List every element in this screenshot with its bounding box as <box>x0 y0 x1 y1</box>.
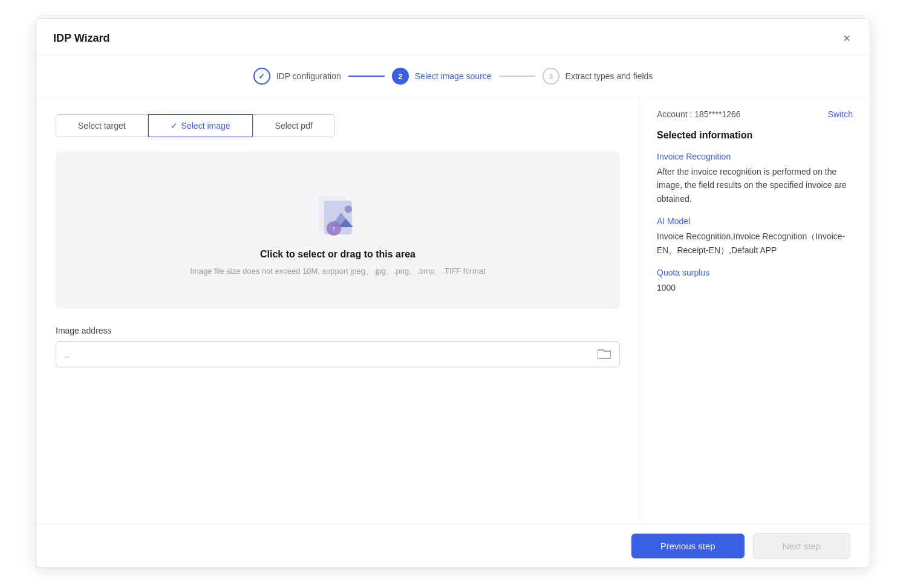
account-row: Account : 185****1266 Switch <box>657 109 853 119</box>
step-1: ✓ IDP configuration <box>253 68 341 85</box>
modal-title: IDP Wizard <box>53 32 110 45</box>
tab-check-icon: ✓ <box>171 121 178 131</box>
upload-main-text: Click to select or drag to this area <box>260 249 416 260</box>
info-section-label-aimodel: AI Model <box>657 216 853 226</box>
next-step-button: Next step <box>753 533 850 559</box>
sidebar-panel: Account : 185****1266 Switch Selected in… <box>640 97 870 524</box>
steps-bar: ✓ IDP configuration 2 Select image sourc… <box>36 56 870 97</box>
step-2-label: Select image source <box>415 71 492 81</box>
info-section-text-quota: 1000 <box>657 281 853 294</box>
info-section-label-quota: Quota surplus <box>657 268 853 277</box>
tabs-row: Select target ✓Select image Select pdf <box>56 114 620 137</box>
step-3: 3 Extract types and fields <box>543 68 653 85</box>
upload-illustration: ↑ <box>311 190 365 238</box>
svg-text:↑: ↑ <box>331 224 336 233</box>
switch-button[interactable]: Switch <box>828 109 853 119</box>
step-3-label: Extract types and fields <box>565 71 653 81</box>
tab-select-pdf[interactable]: Select pdf <box>253 114 335 137</box>
upload-sub-text: Image file size does not exceed 10M, sup… <box>190 266 485 277</box>
upload-area[interactable]: ↑ Click to select or drag to this area I… <box>56 152 620 309</box>
upload-icon-container: ↑ <box>311 190 365 238</box>
close-button[interactable]: × <box>841 30 853 47</box>
step-2-circle: 2 <box>392 68 409 85</box>
image-address-input[interactable] <box>65 350 598 360</box>
main-content: Select target ✓Select image Select pdf <box>36 97 640 524</box>
step-1-circle: ✓ <box>253 68 270 85</box>
tab-select-target[interactable]: Select target <box>56 114 148 137</box>
step-2: 2 Select image source <box>392 68 492 85</box>
step-connector-2 <box>499 76 535 77</box>
previous-step-button[interactable]: Previous step <box>631 534 745 558</box>
selected-info-title: Selected information <box>657 130 853 141</box>
info-section-label-invoice: Invoice Recognition <box>657 152 853 161</box>
image-address-input-row <box>56 341 620 367</box>
step-connector-1 <box>348 76 385 77</box>
svg-point-4 <box>345 205 352 213</box>
image-address-label: Image address <box>56 326 620 335</box>
info-section-text-invoice: After the invoice recognition is perform… <box>657 165 853 205</box>
modal-header: IDP Wizard × <box>36 19 870 56</box>
step-3-circle: 3 <box>543 68 559 85</box>
modal-body: Select target ✓Select image Select pdf <box>36 97 870 524</box>
modal-footer: Previous step Next step <box>36 524 870 567</box>
account-label: Account : 185****1266 <box>657 109 741 119</box>
tab-select-image[interactable]: ✓Select image <box>148 114 253 137</box>
folder-icon-button[interactable] <box>598 348 611 361</box>
info-section-text-aimodel: Invoice Recognition,Invoice Recognition（… <box>657 230 853 257</box>
folder-icon <box>598 348 611 359</box>
modal-container: IDP Wizard × ✓ IDP configuration 2 Selec… <box>36 18 870 568</box>
step-1-label: IDP configuration <box>276 71 341 81</box>
